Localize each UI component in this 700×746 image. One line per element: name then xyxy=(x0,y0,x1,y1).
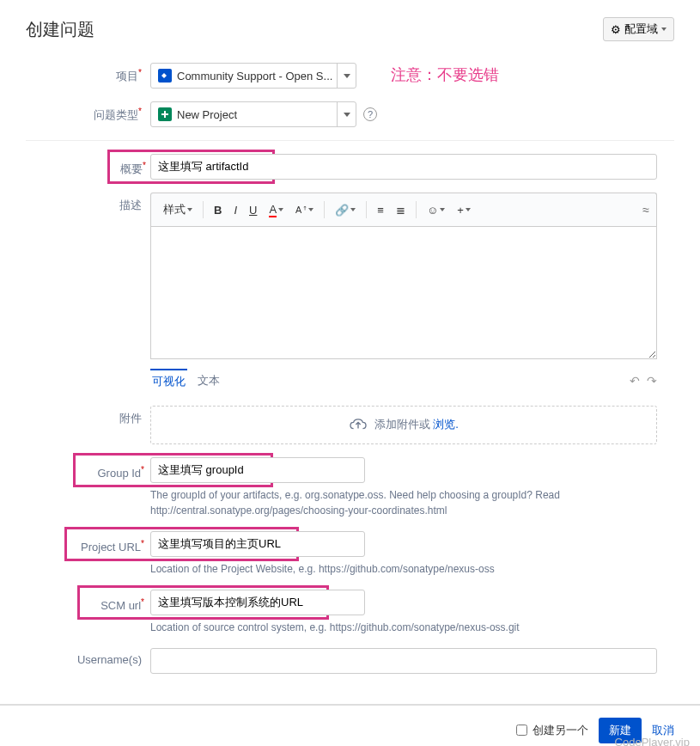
style-dropdown[interactable]: 样式 xyxy=(158,199,198,221)
group-id-label: Group Id* xyxy=(77,460,153,480)
issue-type-value: New Project xyxy=(177,108,337,121)
dialog-title: 创建问题 xyxy=(26,18,94,41)
help-icon[interactable]: ? xyxy=(363,107,377,121)
project-select[interactable]: Community Support - Open S... xyxy=(150,63,356,89)
issue-type-label: 问题类型* xyxy=(26,101,150,123)
attachment-dropzone[interactable]: 添加附件或 浏览. xyxy=(150,406,657,444)
issue-type-icon xyxy=(158,107,172,121)
project-url-input[interactable] xyxy=(150,531,365,557)
create-another-checkbox[interactable] xyxy=(516,725,527,736)
editor-toolbar: 样式 B I U A Aꜛ 🔗 ≡ ≣ ☺ + ≈ xyxy=(150,193,657,226)
attachment-label: 附件 xyxy=(26,406,150,426)
project-value: Community Support - Open S... xyxy=(177,70,337,83)
group-id-help: The groupId of your artifacts, e.g. org.… xyxy=(150,487,674,518)
usernames-label: Username(s) xyxy=(26,648,150,666)
scm-url-label: SCM url* xyxy=(82,592,153,612)
underline-button[interactable]: U xyxy=(244,200,262,220)
tab-text[interactable]: 文本 xyxy=(196,370,222,392)
number-list-button[interactable]: ≣ xyxy=(391,200,411,220)
project-avatar-icon xyxy=(158,69,172,83)
description-label: 描述 xyxy=(26,193,150,213)
project-url-help: Location of the Project Website, e.g. ht… xyxy=(150,561,674,577)
configure-fields-button[interactable]: ⚙ 配置域 xyxy=(603,17,674,41)
more-format-button[interactable]: Aꜛ xyxy=(290,201,319,219)
redo-button[interactable]: ↷ xyxy=(647,374,657,388)
chevron-down-icon xyxy=(661,28,667,31)
group-id-input[interactable] xyxy=(150,457,365,483)
insert-button[interactable]: + xyxy=(452,200,476,220)
attach-text: 添加附件或 xyxy=(374,418,434,431)
scm-url-input[interactable] xyxy=(150,590,365,615)
project-url-label: Project URL* xyxy=(69,534,153,553)
annotation-text: 注意：不要选错 xyxy=(391,64,499,85)
tab-visual[interactable]: 可视化 xyxy=(150,369,187,393)
issue-type-select[interactable]: New Project xyxy=(150,101,356,127)
bold-button[interactable]: B xyxy=(209,200,227,220)
undo-button[interactable]: ↶ xyxy=(630,374,640,388)
chevron-down-icon xyxy=(337,102,356,126)
project-label: 项目* xyxy=(26,63,150,84)
summary-input[interactable] xyxy=(150,154,657,180)
gear-icon: ⚙ xyxy=(611,23,621,36)
create-another-label[interactable]: 创建另一个 xyxy=(516,723,588,738)
description-editor[interactable] xyxy=(150,226,657,359)
summary-label: 概要* xyxy=(112,156,155,177)
emoji-button[interactable]: ☺ xyxy=(422,200,450,220)
link-button[interactable]: 🔗 xyxy=(330,200,361,220)
browse-link[interactable]: 浏览. xyxy=(433,418,459,431)
chevron-down-icon xyxy=(337,64,356,88)
text-color-button[interactable]: A xyxy=(264,199,289,221)
bullet-list-button[interactable]: ≡ xyxy=(372,200,389,220)
watermark-text: CodePlayer.vip xyxy=(615,736,690,746)
usernames-input[interactable] xyxy=(150,648,657,674)
scm-url-help: Location of source control system, e.g. … xyxy=(150,620,674,635)
config-label: 配置域 xyxy=(624,21,658,37)
collapse-toolbar-icon[interactable]: ≈ xyxy=(642,203,649,217)
italic-button[interactable]: I xyxy=(228,200,242,220)
